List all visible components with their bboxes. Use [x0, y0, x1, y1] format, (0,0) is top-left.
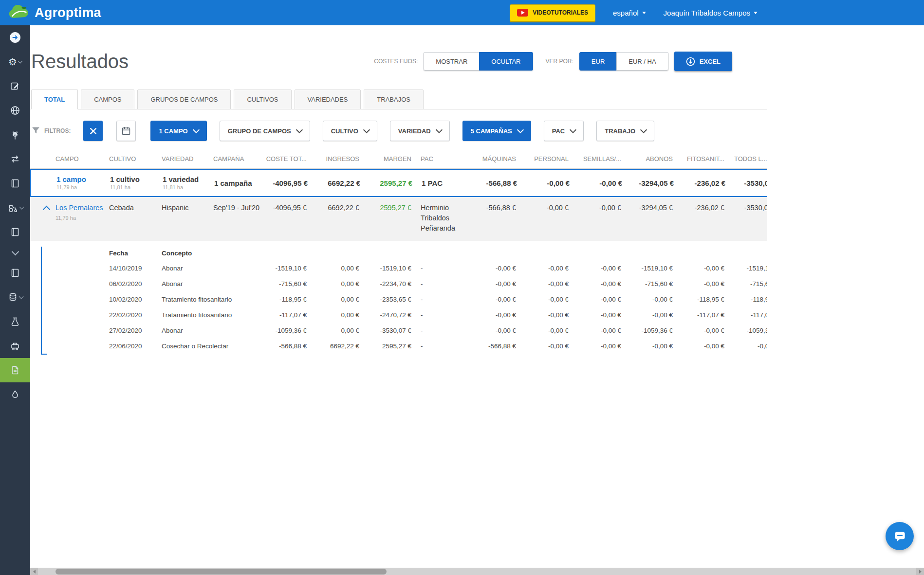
- user-menu[interactable]: Joaquín Tribaldos Campos: [664, 9, 758, 17]
- chevron-down-icon: [18, 294, 23, 299]
- field-pac: Herminio Tribaldos Peñaranda: [411, 203, 468, 234]
- filter-campanas[interactable]: 5 CAMPAÑAS: [462, 121, 531, 141]
- chat-widget-button[interactable]: [886, 522, 914, 550]
- agroptima-logo-icon: [8, 4, 30, 21]
- col-header-abonos[interactable]: ABONOS: [621, 149, 673, 168]
- field-variedad: Hispanic: [158, 203, 209, 234]
- tab-variedades[interactable]: VARIEDADES: [295, 90, 361, 109]
- detail-block: Fecha Concepto 14/10/2019 Abonar -1519,1…: [30, 246, 767, 357]
- topbar: Agroptima VIDEOTUTORIALES español Joaquí…: [0, 0, 924, 25]
- col-header-variedad[interactable]: VARIEDAD: [158, 149, 209, 168]
- col-header-margen[interactable]: MARGEN: [359, 149, 411, 168]
- col-header-coste-total[interactable]: COSTE TOT...: [260, 149, 307, 168]
- sidebar-item-map[interactable]: [0, 98, 30, 123]
- youtube-icon: [517, 9, 528, 17]
- tab-campos[interactable]: CAMPOS: [81, 90, 134, 109]
- detail-margen: -2470,72 €: [359, 307, 411, 323]
- scroll-right-button[interactable]: [916, 568, 924, 575]
- col-header-cultivo[interactable]: CULTIVO: [105, 149, 158, 168]
- detail-bracket: [41, 247, 47, 355]
- tab-total[interactable]: TOTAL: [31, 90, 78, 109]
- col-header-campo[interactable]: CAMPO: [52, 149, 105, 168]
- detail-margen: -2234,70 €: [359, 276, 411, 291]
- sidebar-item-fuel[interactable]: [0, 382, 30, 407]
- flask-icon: [10, 316, 20, 327]
- col-header-semillas[interactable]: SEMILLAS/...: [569, 149, 621, 168]
- filter-cultivo[interactable]: CULTIVO: [323, 121, 377, 141]
- field-personal: -0,00 €: [516, 203, 569, 234]
- total-pac: 1 PAC: [412, 170, 469, 196]
- calendar-icon: [121, 126, 131, 136]
- detail-concepto-link[interactable]: Tratamiento fitosanitario: [158, 307, 260, 323]
- col-header-maquinas[interactable]: MÁQUINAS: [468, 149, 516, 168]
- collapse-row-button[interactable]: [37, 203, 52, 234]
- eur-ha-button[interactable]: EUR / HA: [616, 52, 668, 71]
- detail-concepto-link[interactable]: Tratamiento fitosanitario: [158, 291, 260, 307]
- chevron-down-icon: [363, 126, 370, 133]
- tab-cultivos[interactable]: CULTIVOS: [234, 90, 291, 109]
- horizontal-scrollbar[interactable]: [30, 568, 924, 575]
- filter-trabajo[interactable]: TRABAJO: [596, 121, 654, 141]
- sidebar-item-finance[interactable]: [0, 285, 30, 309]
- date-filter-button[interactable]: [116, 121, 136, 141]
- detail-ingresos: 0,00 €: [307, 276, 359, 291]
- clear-filters-button[interactable]: [83, 121, 103, 141]
- detail-row: 22/02/2020 Tratamiento fitosanitario -11…: [30, 307, 767, 323]
- detail-ingresos: 6692,22 €: [307, 338, 359, 354]
- col-header-todos-los-trabajos[interactable]: TODOS L...: [724, 149, 767, 168]
- col-header-fitosanitarios[interactable]: FITOSANIT...: [673, 149, 724, 168]
- sidebar-item-machinery[interactable]: [0, 196, 30, 220]
- detail-personal: -0,00 €: [516, 307, 569, 323]
- mostrar-button[interactable]: MOSTRAR: [424, 52, 480, 71]
- col-header-campana[interactable]: CAMPAÑA: [209, 149, 260, 168]
- sidebar-item-analysis[interactable]: [0, 309, 30, 334]
- sidebar-item-settings[interactable]: ⚙: [0, 50, 30, 74]
- eur-button[interactable]: EUR: [579, 52, 617, 71]
- filter-pac[interactable]: PAC: [544, 121, 584, 141]
- col-header-pac[interactable]: PAC: [411, 149, 468, 168]
- coins-icon: [8, 292, 18, 303]
- tab-grupos-de-camp os[interactable]: GRUPOS DE CAMPOS: [137, 90, 231, 109]
- sidebar-item-crops[interactable]: [0, 123, 30, 147]
- sidebar-item-notes[interactable]: [0, 74, 30, 98]
- filter-campo[interactable]: 1 CAMPO: [150, 121, 206, 141]
- download-circle-icon: [686, 57, 695, 66]
- filter-variedad[interactable]: VARIEDAD: [390, 121, 450, 141]
- sidebar-toggle[interactable]: [0, 25, 30, 50]
- detail-fitosanitarios: -117,07 €: [673, 307, 724, 323]
- sidebar-item-ledger[interactable]: [0, 171, 30, 196]
- field-name-link[interactable]: Los Pernalares: [55, 203, 103, 213]
- language-menu[interactable]: español: [613, 9, 646, 17]
- filter-grupo-de-campos[interactable]: GRUPO DE CAMPOS: [220, 121, 310, 141]
- sidebar-item-machines[interactable]: [0, 334, 30, 358]
- sidebar-item-movements[interactable]: [0, 147, 30, 171]
- scroll-left-button[interactable]: [30, 568, 38, 575]
- sidebar-item-notebook[interactable]: [0, 220, 30, 244]
- detail-abonos: -1059,36 €: [621, 323, 673, 338]
- scrollbar-thumb[interactable]: [55, 569, 387, 575]
- detail-concepto-link[interactable]: Abonar: [158, 260, 260, 276]
- detail-fitosanitarios: -0,00 €: [673, 338, 724, 354]
- detail-fecha: 22/02/2020: [105, 307, 158, 323]
- sidebar-item-results[interactable]: [0, 358, 30, 382]
- field-campana: Sep'19 - Jul'20: [209, 203, 260, 234]
- detail-concepto-link[interactable]: Abonar: [158, 276, 260, 291]
- col-header-personal[interactable]: PERSONAL: [516, 149, 569, 168]
- videotutoriales-button[interactable]: VIDEOTUTORIALES: [510, 4, 595, 21]
- user-name: Joaquín Tribaldos Campos: [664, 9, 750, 17]
- total-campo-link[interactable]: 1 campo: [56, 176, 86, 184]
- ocultar-button[interactable]: OCULTAR: [479, 52, 533, 71]
- sidebar-item-notebook-2[interactable]: [0, 261, 30, 285]
- col-header-ingresos[interactable]: INGRESOS: [307, 149, 359, 168]
- swap-arrows-icon: [10, 154, 20, 164]
- total-margen: 2595,27 €: [360, 170, 412, 196]
- detail-abonos: -0,00 €: [621, 307, 673, 323]
- detail-concepto-link[interactable]: Cosechar o Recolectar: [158, 338, 260, 354]
- globe-icon: [10, 105, 20, 116]
- detail-concepto-link[interactable]: Abonar: [158, 323, 260, 338]
- gear-icon: ⚙: [8, 57, 17, 67]
- excel-button[interactable]: EXCEL: [674, 52, 732, 71]
- sidebar-expand-more[interactable]: [0, 244, 30, 261]
- tab-trabajos[interactable]: TRABAJOS: [364, 90, 424, 109]
- brand-logo[interactable]: Agroptima: [8, 4, 101, 21]
